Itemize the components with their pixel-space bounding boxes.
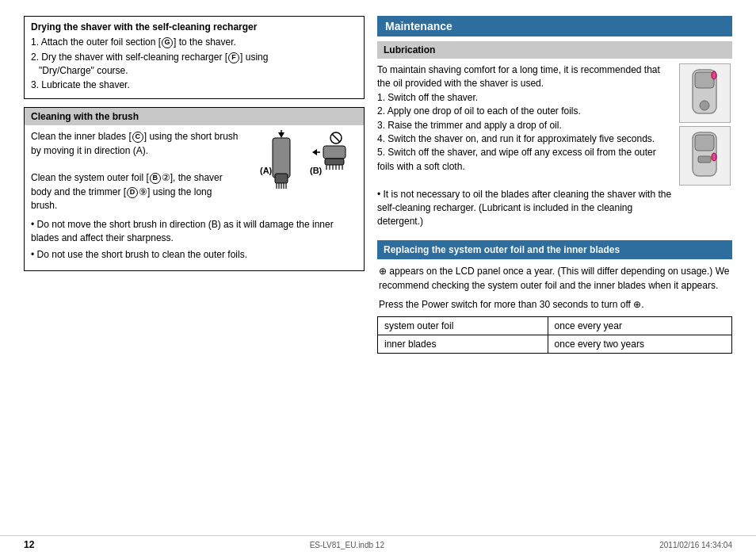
freq-outer-foil: once every year	[548, 316, 731, 335]
bullet-no-short-brush: • Do not move the short brush in directi…	[31, 218, 357, 246]
cleaning-body: Clean the inner blades [C] using the sho…	[25, 125, 364, 217]
svg-rect-28	[695, 135, 714, 151]
freq-inner-blades: once every two years	[548, 335, 731, 353]
svg-marker-9	[278, 132, 284, 138]
footer-datetime: 2011/02/16 14:34:04	[659, 541, 732, 549]
svg-rect-24	[695, 72, 714, 88]
lub-step-3: 3. Raise the trimmer and apply a drop of…	[377, 119, 672, 132]
svg-point-25	[700, 101, 709, 110]
replace-icon-lcd: ⊕	[379, 266, 387, 277]
maintenance-header: Maintenance	[377, 16, 732, 36]
svg-rect-1	[273, 138, 290, 178]
brush-illustration: (A)	[250, 130, 353, 193]
icon-d: D	[127, 187, 138, 198]
replacing-section: Replacing the system outer foil and the …	[377, 240, 732, 354]
cleaning-bullets: • Do not move the short brush in directi…	[25, 218, 364, 270]
svg-text:(A): (A)	[260, 166, 273, 175]
cleaning-text: Clean the inner blades [C] using the sho…	[31, 130, 240, 212]
lubrication-text: To maintain shaving comfort for a long t…	[377, 63, 672, 229]
replacement-table: system outer foil once every year inner …	[377, 316, 732, 354]
cleaning-image-area: (A)	[246, 130, 357, 212]
lub-step-4: 4. Switch the shaver on, and run it for …	[377, 132, 672, 146]
drying-step-2: 2. Dry the shaver with self-cleaning rec…	[31, 51, 357, 78]
lubrication-subheader: Lubrication	[377, 41, 732, 59]
lubrication-images	[677, 63, 732, 229]
replacing-text-2: Press the Power switch for more than 30 …	[377, 297, 732, 312]
drying-section: Drying the shaver with the self-cleaning…	[24, 16, 365, 99]
lub-step-5: 5. Switch off the shaver, and wipe off a…	[377, 146, 672, 174]
svg-line-20	[332, 134, 340, 142]
svg-rect-12	[325, 159, 344, 165]
shaver-top-image	[679, 63, 731, 123]
lub-step-2: 2. Apply one drop of oil to each of the …	[377, 105, 672, 118]
drying-title: Drying the shaver with the self-cleaning…	[31, 21, 357, 33]
drying-steps: 1. Attach the outer foil section [G] to …	[31, 36, 357, 92]
lubrication-body: To maintain shaving comfort for a long t…	[377, 63, 732, 229]
replace-icon-power: ⊕	[633, 299, 641, 310]
svg-text:(B): (B)	[310, 166, 323, 175]
svg-rect-29	[698, 156, 711, 163]
left-column: Drying the shaver with the self-cleaning…	[24, 16, 365, 527]
table-row: system outer foil once every year	[378, 316, 732, 335]
cleaning-para1: Clean the inner blades [C] using the sho…	[31, 130, 240, 158]
svg-rect-11	[323, 146, 346, 159]
page-number: 12	[24, 539, 34, 550]
replacing-header: Replacing the system outer foil and the …	[377, 240, 732, 259]
lubrication-intro: To maintain shaving comfort for a long t…	[377, 63, 672, 91]
lub-step-1: 1. Switch off the shaver.	[377, 91, 672, 105]
cleaning-header: Cleaning with the brush	[25, 108, 364, 125]
icon-f: F	[228, 52, 239, 63]
replacement-table-body: system outer foil once every year inner …	[378, 316, 732, 353]
svg-marker-22	[312, 149, 317, 155]
page-footer: 12 ES-LV81_EU.indb 12 2011/02/16 14:34:0…	[0, 535, 756, 555]
part-inner-blades: inner blades	[378, 335, 548, 353]
replacing-text-1: ⊕ appears on the LCD panel once a year. …	[377, 264, 732, 293]
bullet-no-outer-foil: • Do not use the short brush to clean th…	[31, 248, 357, 262]
drying-step-3: 3. Lubricate the shaver.	[31, 78, 357, 92]
cleaning-section: Cleaning with the brush Clean the inner …	[24, 107, 365, 271]
cleaning-para2: Clean the system outer foil [B②], the sh…	[31, 171, 240, 212]
svg-rect-2	[275, 174, 288, 183]
page-content: Drying the shaver with the self-cleaning…	[0, 0, 756, 535]
lub-bullet: • It is not necessary to oil the blades …	[377, 188, 672, 229]
drying-step-1: 1. Attach the outer foil section [G] to …	[31, 36, 357, 49]
icon-c: C	[132, 132, 143, 143]
part-outer-foil: system outer foil	[378, 316, 548, 335]
icon-b: B	[150, 173, 161, 184]
icon-g: G	[162, 37, 173, 48]
footer-file: ES-LV81_EU.indb 12	[310, 541, 384, 549]
svg-point-26	[712, 71, 716, 79]
page-outer: Drying the shaver with the self-cleaning…	[0, 0, 756, 555]
shaver-bottom-image	[679, 126, 731, 186]
right-column: Maintenance Lubrication To maintain shav…	[377, 16, 732, 527]
table-row: inner blades once every two years	[378, 335, 732, 353]
svg-point-30	[712, 153, 716, 161]
